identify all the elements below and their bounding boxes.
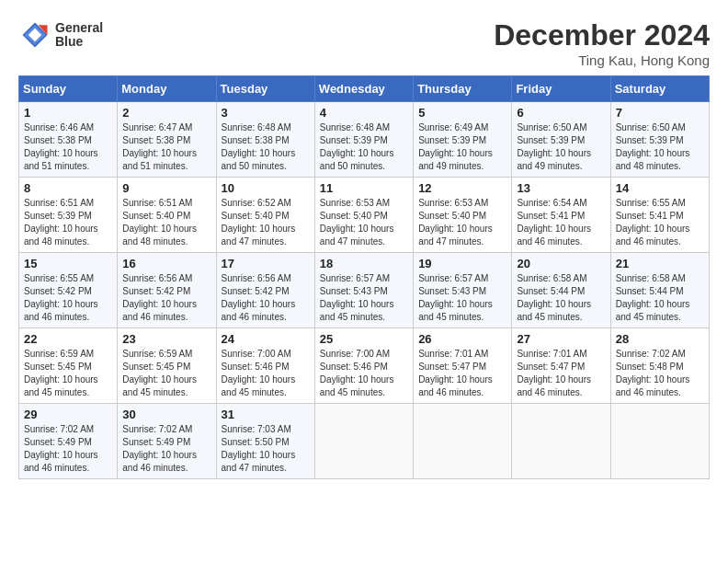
header-tuesday: Tuesday xyxy=(216,76,314,102)
day-number: 22 xyxy=(24,332,112,346)
day-number: 24 xyxy=(222,332,310,346)
day-cell: 22Sunrise: 6:59 AMSunset: 5:45 PMDayligh… xyxy=(19,328,118,404)
day-cell: 2Sunrise: 6:47 AMSunset: 5:38 PMDaylight… xyxy=(118,102,216,178)
header-saturday: Saturday xyxy=(610,76,709,102)
header-thursday: Thursday xyxy=(414,76,512,102)
day-number: 26 xyxy=(418,332,506,346)
day-cell: 17Sunrise: 6:56 AMSunset: 5:42 PMDayligh… xyxy=(216,253,314,328)
week-row-1: 1Sunrise: 6:46 AMSunset: 5:38 PMDaylight… xyxy=(19,102,710,178)
day-info: Sunrise: 7:02 AMSunset: 5:49 PMDaylight:… xyxy=(24,423,112,475)
day-cell: 4Sunrise: 6:48 AMSunset: 5:39 PMDaylight… xyxy=(314,102,413,178)
day-cell: 1Sunrise: 6:46 AMSunset: 5:38 PMDaylight… xyxy=(19,102,118,178)
day-cell xyxy=(314,404,413,479)
day-cell: 6Sunrise: 6:50 AMSunset: 5:39 PMDaylight… xyxy=(512,102,610,178)
day-number: 12 xyxy=(418,181,506,195)
day-info: Sunrise: 6:51 AMSunset: 5:39 PMDaylight:… xyxy=(24,197,112,248)
day-info: Sunrise: 6:57 AMSunset: 5:43 PMDaylight:… xyxy=(320,272,408,324)
day-number: 6 xyxy=(517,106,605,120)
day-info: Sunrise: 6:57 AMSunset: 5:43 PMDaylight:… xyxy=(418,272,506,324)
day-cell: 13Sunrise: 6:54 AMSunset: 5:41 PMDayligh… xyxy=(512,178,610,253)
day-info: Sunrise: 6:56 AMSunset: 5:42 PMDaylight:… xyxy=(122,272,210,324)
day-info: Sunrise: 7:03 AMSunset: 5:50 PMDaylight:… xyxy=(222,423,310,475)
day-cell: 25Sunrise: 7:00 AMSunset: 5:46 PMDayligh… xyxy=(314,328,413,404)
day-info: Sunrise: 7:01 AMSunset: 5:47 PMDaylight:… xyxy=(517,348,605,399)
day-info: Sunrise: 6:46 AMSunset: 5:38 PMDaylight:… xyxy=(24,121,112,173)
day-number: 4 xyxy=(320,106,408,120)
day-number: 23 xyxy=(122,332,210,346)
day-number: 17 xyxy=(222,257,310,270)
day-cell: 10Sunrise: 6:52 AMSunset: 5:40 PMDayligh… xyxy=(216,178,314,253)
logo-line2: Blue xyxy=(55,35,103,49)
day-number: 5 xyxy=(418,106,506,120)
day-number: 13 xyxy=(517,181,605,195)
day-cell: 7Sunrise: 6:50 AMSunset: 5:39 PMDaylight… xyxy=(610,102,709,178)
day-cell: 19Sunrise: 6:57 AMSunset: 5:43 PMDayligh… xyxy=(414,253,512,328)
month-title: December 2024 xyxy=(494,18,710,52)
day-number: 14 xyxy=(616,181,704,195)
calendar: SundayMondayTuesdayWednesdayThursdayFrid… xyxy=(18,75,710,479)
day-number: 21 xyxy=(616,257,704,270)
day-number: 30 xyxy=(122,408,210,421)
day-cell: 24Sunrise: 7:00 AMSunset: 5:46 PMDayligh… xyxy=(216,328,314,404)
day-info: Sunrise: 6:59 AMSunset: 5:45 PMDaylight:… xyxy=(24,348,112,399)
day-cell: 9Sunrise: 6:51 AMSunset: 5:40 PMDaylight… xyxy=(118,178,216,253)
day-info: Sunrise: 6:50 AMSunset: 5:39 PMDaylight:… xyxy=(616,121,704,173)
days-row: SundayMondayTuesdayWednesdayThursdayFrid… xyxy=(19,76,710,102)
day-cell: 15Sunrise: 6:55 AMSunset: 5:42 PMDayligh… xyxy=(19,253,118,328)
day-info: Sunrise: 6:58 AMSunset: 5:44 PMDaylight:… xyxy=(616,272,704,324)
day-number: 8 xyxy=(24,181,112,195)
week-row-5: 29Sunrise: 7:02 AMSunset: 5:49 PMDayligh… xyxy=(19,404,710,479)
day-number: 16 xyxy=(122,257,210,270)
day-cell: 20Sunrise: 6:58 AMSunset: 5:44 PMDayligh… xyxy=(512,253,610,328)
day-number: 1 xyxy=(24,106,112,120)
day-cell: 12Sunrise: 6:53 AMSunset: 5:40 PMDayligh… xyxy=(414,178,512,253)
logo-text: General Blue xyxy=(55,21,103,50)
day-cell: 8Sunrise: 6:51 AMSunset: 5:39 PMDaylight… xyxy=(19,178,118,253)
day-cell: 18Sunrise: 6:57 AMSunset: 5:43 PMDayligh… xyxy=(314,253,413,328)
day-number: 2 xyxy=(122,106,210,120)
day-number: 15 xyxy=(24,257,112,270)
calendar-header: SundayMondayTuesdayWednesdayThursdayFrid… xyxy=(19,76,710,102)
day-info: Sunrise: 7:01 AMSunset: 5:47 PMDaylight:… xyxy=(418,348,506,399)
day-info: Sunrise: 7:00 AMSunset: 5:46 PMDaylight:… xyxy=(320,348,408,399)
location: Ting Kau, Hong Kong xyxy=(494,52,710,68)
day-info: Sunrise: 6:55 AMSunset: 5:41 PMDaylight:… xyxy=(616,197,704,248)
day-info: Sunrise: 6:48 AMSunset: 5:39 PMDaylight:… xyxy=(320,121,408,173)
day-info: Sunrise: 6:58 AMSunset: 5:44 PMDaylight:… xyxy=(517,272,605,324)
title-block: December 2024 Ting Kau, Hong Kong xyxy=(494,18,710,68)
day-number: 3 xyxy=(222,106,310,120)
day-cell: 14Sunrise: 6:55 AMSunset: 5:41 PMDayligh… xyxy=(610,178,709,253)
day-cell: 27Sunrise: 7:01 AMSunset: 5:47 PMDayligh… xyxy=(512,328,610,404)
day-number: 20 xyxy=(517,257,605,270)
day-info: Sunrise: 6:59 AMSunset: 5:45 PMDaylight:… xyxy=(122,348,210,399)
day-info: Sunrise: 6:55 AMSunset: 5:42 PMDaylight:… xyxy=(24,272,112,324)
day-number: 27 xyxy=(517,332,605,346)
day-number: 29 xyxy=(24,408,112,421)
day-number: 7 xyxy=(616,106,704,120)
day-info: Sunrise: 6:54 AMSunset: 5:41 PMDaylight:… xyxy=(517,197,605,248)
day-number: 18 xyxy=(320,257,408,270)
day-cell: 30Sunrise: 7:02 AMSunset: 5:49 PMDayligh… xyxy=(118,404,216,479)
day-cell xyxy=(512,404,610,479)
day-cell xyxy=(610,404,709,479)
day-cell xyxy=(414,404,512,479)
day-info: Sunrise: 6:52 AMSunset: 5:40 PMDaylight:… xyxy=(222,197,310,248)
day-cell: 23Sunrise: 6:59 AMSunset: 5:45 PMDayligh… xyxy=(118,328,216,404)
day-info: Sunrise: 6:50 AMSunset: 5:39 PMDaylight:… xyxy=(517,121,605,173)
day-info: Sunrise: 6:48 AMSunset: 5:38 PMDaylight:… xyxy=(222,121,310,173)
day-cell: 29Sunrise: 7:02 AMSunset: 5:49 PMDayligh… xyxy=(19,404,118,479)
header-monday: Monday xyxy=(118,76,216,102)
day-info: Sunrise: 6:51 AMSunset: 5:40 PMDaylight:… xyxy=(122,197,210,248)
header-sunday: Sunday xyxy=(19,76,118,102)
header-wednesday: Wednesday xyxy=(314,76,413,102)
page-header: General Blue December 2024 Ting Kau, Hon… xyxy=(18,18,710,68)
day-cell: 31Sunrise: 7:03 AMSunset: 5:50 PMDayligh… xyxy=(216,404,314,479)
day-info: Sunrise: 6:49 AMSunset: 5:39 PMDaylight:… xyxy=(418,121,506,173)
day-info: Sunrise: 7:00 AMSunset: 5:46 PMDaylight:… xyxy=(222,348,310,399)
day-cell: 28Sunrise: 7:02 AMSunset: 5:48 PMDayligh… xyxy=(610,328,709,404)
day-number: 11 xyxy=(320,181,408,195)
day-number: 31 xyxy=(222,408,310,421)
header-friday: Friday xyxy=(512,76,610,102)
day-cell: 21Sunrise: 6:58 AMSunset: 5:44 PMDayligh… xyxy=(610,253,709,328)
day-info: Sunrise: 7:02 AMSunset: 5:48 PMDaylight:… xyxy=(616,348,704,399)
